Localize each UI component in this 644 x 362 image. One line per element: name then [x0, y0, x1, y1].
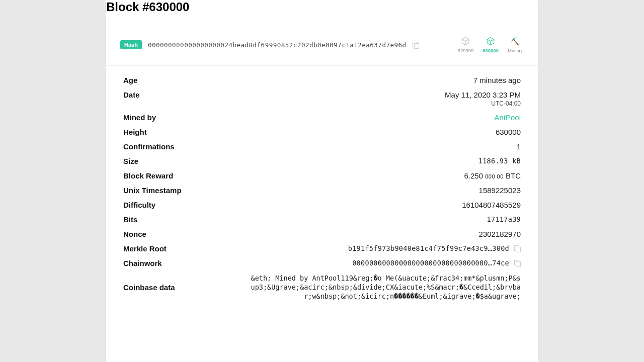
label-reward: Block Reward	[123, 171, 249, 180]
value-nonce: 2302182970	[249, 230, 521, 238]
current-block-label: 630000	[482, 48, 499, 53]
value-difficulty: 16104807485529	[249, 201, 521, 209]
row-bits: Bits 17117a39	[123, 212, 521, 227]
block-card: Block #630000 Hash 000000000000000000024…	[106, 0, 538, 362]
row-height: Height 630000	[123, 125, 521, 139]
value-age: 7 minutes ago	[249, 76, 521, 84]
value-unix: 1589225023	[249, 186, 521, 195]
value-chainwork: 00000000000000000000000000000000…74ce	[352, 259, 509, 267]
value-height: 630000	[249, 128, 521, 136]
hash-value: 000000000000000000024bead8df69990852c202…	[148, 41, 407, 49]
label-height: Height	[123, 128, 249, 136]
value-merkle: b191f5f973b9040e81c4f75f99c7e43c9…300d	[348, 244, 509, 252]
cube-icon	[486, 36, 496, 46]
row-nonce: Nonce 2302182970	[123, 227, 521, 241]
date-main: May 11, 2020 3:23 PM	[445, 90, 521, 99]
value-bits: 17117a39	[249, 215, 521, 223]
row-age: Age 7 minutes ago	[123, 73, 521, 87]
value-coinbase: &eth; Mined by AntPool119&reg;�o Me(&uac…	[249, 274, 521, 301]
row-size: Size 1186.93 kB	[123, 154, 521, 168]
row-unix: Unix Timestamp 1589225023	[123, 183, 521, 198]
row-coinbase: Coinbase data &eth; Mined by AntPool119&…	[123, 270, 521, 304]
copy-icon[interactable]	[413, 42, 419, 48]
label-bits: Bits	[123, 215, 249, 224]
mining-label: Mining	[508, 48, 522, 53]
row-chainwork: Chainwork 000000000000000000000000000000…	[123, 256, 521, 270]
current-block-link[interactable]: 630000	[482, 36, 499, 53]
value-mined-by[interactable]: AntPool	[249, 113, 521, 122]
cube-icon	[460, 36, 470, 46]
pickaxe-icon: ⛏️	[510, 36, 520, 46]
row-confirmations: Confirmations 1	[123, 139, 521, 154]
value-date: May 11, 2020 3:23 PM UTC-04:00	[249, 90, 521, 107]
page-title: Block #630000	[106, 0, 538, 14]
title-bar: Block #630000	[106, 0, 538, 25]
value-size: 1186.93 kB	[249, 157, 521, 165]
value-chainwork-wrap: 00000000000000000000000000000000…74ce	[249, 259, 521, 267]
hash-row: Hash 000000000000000000024bead8df6999085…	[106, 25, 538, 53]
row-reward: Block Reward 6.250 000 00 BTC	[123, 168, 521, 183]
label-difficulty: Difficulty	[123, 201, 249, 209]
date-tz: UTC-04:00	[249, 100, 521, 107]
row-difficulty: Difficulty 16104807485529	[123, 198, 521, 212]
reward-unit: BTC	[506, 171, 521, 180]
label-age: Age	[123, 76, 249, 84]
row-mined-by: Mined by AntPool	[123, 110, 521, 125]
label-mined-by: Mined by	[123, 113, 249, 122]
prev-block-label: 629999	[458, 48, 474, 53]
label-date: Date	[123, 90, 249, 99]
block-nav: 629999 630000 ⛏️ Mining	[458, 36, 524, 53]
hash-badge: Hash	[120, 40, 142, 49]
label-unix: Unix Timestamp	[123, 186, 249, 195]
reward-main: 6.250	[464, 171, 483, 180]
row-date: Date May 11, 2020 3:23 PM UTC-04:00	[123, 87, 521, 110]
mining-link[interactable]: ⛏️ Mining	[508, 36, 522, 53]
copy-icon[interactable]	[514, 260, 521, 266]
label-coinbase: Coinbase data	[123, 283, 249, 292]
reward-small: 000 00	[485, 173, 504, 179]
value-merkle-wrap: b191f5f973b9040e81c4f75f99c7e43c9…300d	[249, 244, 521, 252]
block-details: Age 7 minutes ago Date May 11, 2020 3:23…	[106, 66, 538, 316]
row-merkle: Merkle Root b191f5f973b9040e81c4f75f99c7…	[123, 241, 521, 256]
copy-icon[interactable]	[514, 245, 521, 252]
prev-block-link[interactable]: 629999	[458, 36, 474, 53]
value-reward: 6.250 000 00 BTC	[249, 171, 521, 180]
label-merkle: Merkle Root	[123, 244, 249, 253]
label-size: Size	[123, 157, 249, 165]
label-confirmations: Confirmations	[123, 142, 249, 151]
value-confirmations: 1	[249, 142, 521, 151]
label-nonce: Nonce	[123, 230, 249, 238]
label-chainwork: Chainwork	[123, 259, 249, 267]
